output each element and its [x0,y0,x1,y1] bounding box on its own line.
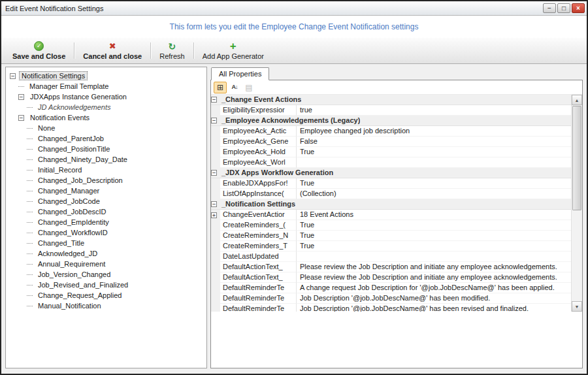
tree-item[interactable]: −Notification Settings [7,71,205,81]
tree-item[interactable]: Changed_Job_Description [7,175,205,186]
scrollbar-track[interactable] [572,105,582,301]
tree-item-label[interactable]: Job_Version_Changed [35,270,113,279]
property-category-row[interactable]: −_JDX Apps Workflow Generation [211,168,571,178]
property-name[interactable]: DateLastUpdated [220,252,297,262]
tree-item-label[interactable]: Changed_Title [35,238,87,248]
tree-item-label[interactable]: Annual_Requirement [35,259,108,269]
tree-item-label[interactable]: Changed_JobDescID [35,207,109,216]
tree-item-label[interactable]: Changed_Ninety_Day_Date [35,155,130,164]
tree-item[interactable]: −JDXApps Instance Generation [7,91,205,102]
property-row[interactable]: CreateReminders_TTrue [211,241,571,252]
collapse-icon[interactable]: − [211,118,217,123]
tree-item-label[interactable]: Notification Events [27,113,92,122]
tree-item[interactable]: Changed_Title [7,238,205,248]
property-name[interactable]: EnableJDXAppsFor! [220,178,297,189]
tree-item-label[interactable]: Change_Request_Applied [35,291,124,300]
property-row[interactable]: EligibilityExpressiortrue [211,105,571,116]
property-row[interactable]: DateLastUpdated [211,252,571,262]
tree-item[interactable]: Manual_Notification [7,301,205,311]
property-name[interactable]: DefaultActionText_ [220,262,297,272]
refresh-button[interactable]: ↻Refresh [152,39,192,62]
scroll-up-button[interactable]: ▲ [572,95,582,105]
property-row[interactable]: EmployeeAck_ActicEmployee changed job de… [211,126,571,137]
tree-item-label[interactable]: Job_Revised_and_Finalized [35,280,131,289]
cancel-and-close-button[interactable]: ✖Cancel and close [76,39,149,62]
property-name[interactable]: EmployeeAck_Gene [220,137,297,147]
property-value[interactable]: Employee changed job description [297,126,571,137]
tree-item[interactable]: Changed_PositionTitle [7,144,205,154]
property-row[interactable]: DefaultReminderTeA change request Job De… [211,283,571,293]
property-value[interactable]: Job Description '@job.JobDescName@' has … [297,304,571,312]
property-category-row[interactable]: −_Notification Settings [211,199,571,210]
minimize-button[interactable]: − [543,3,556,13]
property-value[interactable]: True [297,241,571,252]
property-value[interactable]: False [297,137,571,147]
property-name[interactable]: EmployeeAck_Actic [220,126,297,137]
tree-item[interactable]: Changed_ParentJob [7,133,205,144]
scroll-down-button[interactable]: ▼ [572,301,582,312]
collapse-icon[interactable]: − [211,170,217,176]
tree-item[interactable]: Annual_Requirement [7,259,205,269]
collapse-icon[interactable]: − [18,94,24,100]
property-category-row[interactable]: −_Change Event Actions [211,95,571,105]
property-row[interactable]: DefaultActionText_Please review the Job … [211,272,571,283]
scrollbar-thumb[interactable] [572,106,581,210]
property-value[interactable]: True [297,147,571,157]
property-row[interactable]: DefaultReminderTeJob Description '@job.J… [211,304,571,312]
property-value[interactable]: True [297,220,571,231]
property-value[interactable]: (Collection) [297,189,571,199]
tree-item[interactable]: Changed_JobDescID [7,206,205,217]
save-and-close-button[interactable]: ✓Save and Close [5,39,73,62]
property-value[interactable]: 18 Event Actions [297,210,571,220]
property-name[interactable]: ListOfAppInstance( [220,189,297,199]
collapse-icon[interactable]: − [211,201,217,207]
tree-item-label[interactable]: Manual_Notification [35,301,104,310]
tree-item[interactable]: Initial_Record [7,165,205,175]
tree-item[interactable]: Job_Version_Changed [7,269,205,280]
tree-item[interactable]: Changed_EmpIdentity [7,217,205,227]
property-row[interactable]: EmployeeAck_Worl [211,157,571,168]
property-name[interactable]: DefaultReminderTe [220,304,297,312]
tree-item[interactable]: Changed_Ninety_Day_Date [7,154,205,165]
tree-item-label[interactable]: Manager Email Template [27,82,111,91]
property-name[interactable]: CreateReminders_N [220,231,297,241]
add-app-generator-button[interactable]: +Add App Generator [195,39,271,62]
property-row[interactable]: CreateReminders_NTrue [211,231,571,241]
property-row[interactable]: ListOfAppInstance((Collection) [211,189,571,199]
maximize-button[interactable]: □ [557,3,570,13]
collapse-icon[interactable]: − [211,97,217,103]
property-name[interactable]: EmployeeAck_Worl [220,157,297,168]
tree-item[interactable]: Job_Revised_and_Finalized [7,280,205,290]
tree-item[interactable]: Acknowledged_JD [7,248,205,259]
tree-item-label[interactable]: Initial_Record [35,165,84,174]
tab-all-properties[interactable]: All Properties [211,67,269,80]
tree-item[interactable]: −Notification Events [7,112,205,123]
tree-item-label[interactable]: Acknowledged_JD [35,249,100,258]
property-name[interactable]: ChangeEventActior [220,210,297,220]
tree-item-label[interactable]: Changed_Job_Description [35,176,125,185]
property-value[interactable]: Please review the Job Description and in… [297,262,571,272]
property-row[interactable]: DefaultActionText_Please review the Job … [211,262,571,272]
property-row[interactable]: EmployeeAck_GeneFalse [211,137,571,147]
property-value[interactable] [297,157,571,168]
property-name[interactable]: DefaultActionText_ [220,272,297,283]
expand-icon[interactable]: + [211,212,217,218]
tree-item-label[interactable]: Changed_JobCode [35,197,103,206]
tree-item[interactable]: Change_Request_Applied [7,290,205,301]
tree-item[interactable]: JD Acknowledgements [7,102,205,112]
property-name[interactable]: EligibilityExpressior [220,105,297,116]
close-button[interactable]: × [572,3,585,13]
tree-item-label[interactable]: Notification Settings [19,71,88,80]
tree-item-label[interactable]: JDXApps Instance Generation [27,92,129,101]
tree-item[interactable]: None [7,123,205,133]
property-category-row[interactable]: −_Employee Acknowledgements (Legacy) [211,116,571,126]
collapse-icon[interactable]: − [18,115,24,121]
property-row[interactable]: EnableJDXAppsFor!True [211,178,571,189]
vertical-scrollbar[interactable]: ▲ ▼ [571,95,582,312]
property-value[interactable]: Please review the Job Description and in… [297,272,571,283]
property-name[interactable]: CreateReminders_T [220,241,297,252]
property-value[interactable]: Job Description '@job.JobDescName@' has … [297,293,571,304]
tree-item-label[interactable]: Changed_WorkflowID [35,228,110,237]
tree-item-label[interactable]: Changed_Manager [35,186,102,195]
property-row[interactable]: DefaultReminderTeJob Description '@job.J… [211,293,571,304]
